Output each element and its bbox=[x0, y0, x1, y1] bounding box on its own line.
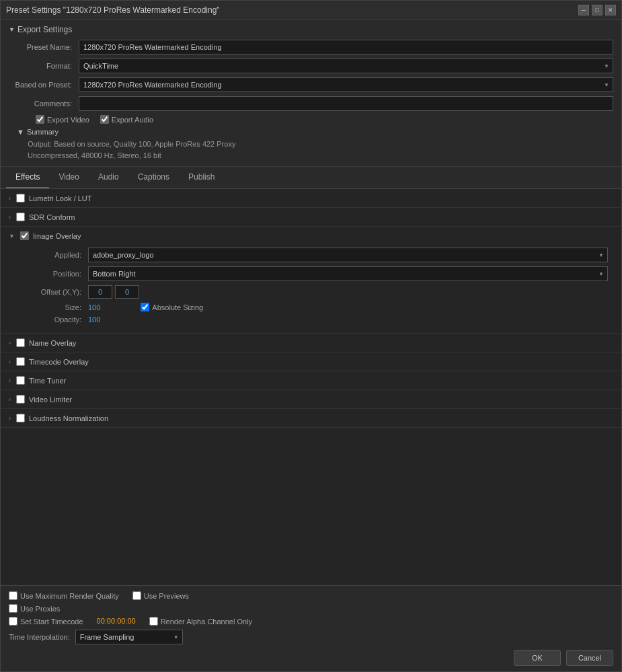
size-value[interactable]: 100 bbox=[88, 303, 100, 311]
export-audio-checkbox-item[interactable]: Export Audio bbox=[100, 115, 153, 124]
timecode-overlay-header[interactable]: › Timecode Overlay bbox=[1, 352, 621, 371]
render-alpha-checkbox[interactable] bbox=[149, 617, 158, 626]
sdr-conform-arrow: › bbox=[9, 214, 11, 221]
opacity-value[interactable]: 100 bbox=[88, 315, 100, 324]
time-tuner-checkbox[interactable] bbox=[16, 376, 25, 385]
video-limiter-checkbox[interactable] bbox=[16, 395, 25, 404]
video-limiter-header[interactable]: › Video Limiter bbox=[1, 390, 621, 408]
lumetri-header[interactable]: › Lumetri Look / LUT bbox=[1, 189, 621, 207]
use-proxies-item[interactable]: Use Proxies bbox=[9, 604, 60, 613]
tab-audio[interactable]: Audio bbox=[89, 167, 128, 188]
position-select[interactable]: Bottom Right bbox=[88, 266, 608, 281]
use-proxies-label: Use Proxies bbox=[20, 605, 60, 613]
summary-output-line1: Based on source, Quality 100, Apple ProR… bbox=[54, 140, 235, 148]
opacity-row: Opacity: 100 bbox=[28, 315, 621, 324]
video-limiter-arrow: › bbox=[9, 396, 11, 403]
absolute-sizing-item[interactable]: Absolute Sizing bbox=[141, 303, 203, 311]
loudness-effect: › Loudness Normalization bbox=[1, 409, 621, 428]
lumetri-checkbox[interactable] bbox=[16, 194, 25, 202]
tab-video[interactable]: Video bbox=[49, 167, 88, 188]
absolute-sizing-label: Absolute Sizing bbox=[152, 303, 203, 311]
video-limiter-effect: › Video Limiter bbox=[1, 390, 621, 409]
interpolation-select[interactable]: Frame Sampling bbox=[75, 630, 183, 644]
render-alpha-item[interactable]: Render Alpha Channel Only bbox=[149, 617, 252, 626]
image-overlay-label: Image Overlay bbox=[33, 232, 81, 240]
loudness-checkbox[interactable] bbox=[16, 414, 25, 422]
applied-label: Applied: bbox=[28, 251, 88, 259]
position-row: Position: Bottom Right bbox=[28, 266, 621, 281]
image-overlay-header[interactable]: ▼ Image Overlay bbox=[1, 227, 621, 245]
max-render-quality-item[interactable]: Use Maximum Render Quality bbox=[9, 591, 119, 600]
image-overlay-checkbox[interactable] bbox=[20, 231, 29, 240]
format-select[interactable]: QuickTime bbox=[79, 59, 613, 73]
tabs-bar: Effects Video Audio Captions Publish bbox=[1, 167, 621, 189]
sdr-conform-header[interactable]: › SDR Conform bbox=[1, 208, 621, 226]
offset-inputs bbox=[88, 285, 139, 299]
set-start-timecode-checkbox[interactable] bbox=[9, 617, 17, 626]
max-render-quality-label: Use Maximum Render Quality bbox=[20, 592, 119, 600]
based-on-preset-select[interactable]: 1280x720 ProRes Watermarked Encoding bbox=[79, 77, 613, 92]
export-video-label: Export Video bbox=[47, 116, 89, 124]
minimize-button[interactable]: ─ bbox=[578, 5, 589, 15]
effects-panel: › Lumetri Look / LUT › SDR Conform ▼ Ima… bbox=[1, 189, 621, 585]
comments-input[interactable] bbox=[79, 96, 613, 111]
timecode-overlay-effect: › Timecode Overlay bbox=[1, 352, 621, 371]
bottom-bar: Use Maximum Render Quality Use Previews … bbox=[1, 585, 621, 671]
applied-select[interactable]: adobe_proxy_logo bbox=[88, 248, 608, 262]
summary-output-label: Output: bbox=[28, 140, 52, 148]
close-button[interactable]: ✕ bbox=[605, 5, 616, 15]
offset-row: Offset (X,Y): bbox=[28, 285, 621, 299]
sdr-conform-effect: › SDR Conform bbox=[1, 208, 621, 227]
timecode-value: 00:00:00:00 bbox=[97, 617, 136, 626]
use-previews-item[interactable]: Use Previews bbox=[132, 591, 189, 600]
size-row: Size: 100 Absolute Sizing bbox=[28, 303, 621, 311]
preset-name-row: Preset Name: bbox=[9, 40, 613, 54]
based-on-preset-label: Based on Preset: bbox=[11, 81, 79, 89]
max-render-quality-checkbox[interactable] bbox=[9, 591, 17, 600]
set-start-timecode-item[interactable]: Set Start Timecode bbox=[9, 617, 83, 626]
use-proxies-checkbox[interactable] bbox=[9, 604, 17, 613]
tab-publish[interactable]: Publish bbox=[179, 167, 224, 188]
export-audio-checkbox[interactable] bbox=[100, 115, 109, 124]
name-overlay-header[interactable]: › Name Overlay bbox=[1, 334, 621, 352]
preset-name-input[interactable] bbox=[79, 40, 613, 54]
sdr-conform-checkbox[interactable] bbox=[16, 213, 25, 221]
export-video-checkbox[interactable] bbox=[36, 115, 44, 124]
cancel-button[interactable]: Cancel bbox=[566, 650, 613, 666]
image-overlay-arrow: ▼ bbox=[9, 233, 15, 239]
ok-button[interactable]: OK bbox=[514, 650, 561, 666]
export-video-checkbox-item[interactable]: Export Video bbox=[36, 115, 89, 124]
time-tuner-header[interactable]: › Time Tuner bbox=[1, 371, 621, 389]
offset-y-input[interactable] bbox=[115, 285, 139, 299]
size-label: Size: bbox=[28, 303, 88, 311]
image-overlay-effect: ▼ Image Overlay Applied: adobe_proxy_log… bbox=[1, 227, 621, 334]
bottom-checkboxes-row2: Use Proxies bbox=[9, 604, 613, 613]
loudness-header[interactable]: › Loudness Normalization bbox=[1, 409, 621, 427]
summary-section: ▼ Summary Output: Based on source, Quali… bbox=[9, 128, 613, 161]
name-overlay-checkbox[interactable] bbox=[16, 338, 25, 347]
summary-arrow[interactable]: ▼ bbox=[17, 128, 24, 136]
comments-label: Comments: bbox=[11, 100, 79, 108]
render-alpha-label: Render Alpha Channel Only bbox=[161, 618, 252, 626]
lumetri-arrow: › bbox=[9, 195, 11, 202]
export-settings-arrow[interactable]: ▼ bbox=[9, 26, 15, 33]
opacity-label: Opacity: bbox=[28, 315, 88, 324]
summary-output-line2: Uncompressed, 48000 Hz, Stereo, 16 bit bbox=[28, 151, 161, 159]
comments-row: Comments: bbox=[9, 96, 613, 111]
timecode-overlay-checkbox[interactable] bbox=[16, 357, 25, 366]
time-interpolation-label: Time Interpolation: bbox=[9, 633, 70, 641]
format-label: Format: bbox=[11, 62, 79, 70]
sdr-conform-label: SDR Conform bbox=[29, 213, 75, 221]
offset-x-input[interactable] bbox=[88, 285, 112, 299]
summary-content: Output: Based on source, Quality 100, Ap… bbox=[17, 139, 613, 161]
restore-button[interactable]: □ bbox=[592, 5, 602, 15]
time-tuner-arrow: › bbox=[9, 377, 11, 384]
tab-effects[interactable]: Effects bbox=[6, 167, 49, 188]
format-select-wrapper: QuickTime bbox=[79, 59, 613, 73]
lumetri-effect: › Lumetri Look / LUT bbox=[1, 189, 621, 208]
absolute-sizing-checkbox[interactable] bbox=[141, 303, 149, 311]
name-overlay-arrow: › bbox=[9, 340, 11, 346]
use-previews-checkbox[interactable] bbox=[132, 591, 141, 600]
tab-captions[interactable]: Captions bbox=[128, 167, 179, 188]
image-overlay-body: Applied: adobe_proxy_logo Position: Bott… bbox=[1, 245, 621, 333]
